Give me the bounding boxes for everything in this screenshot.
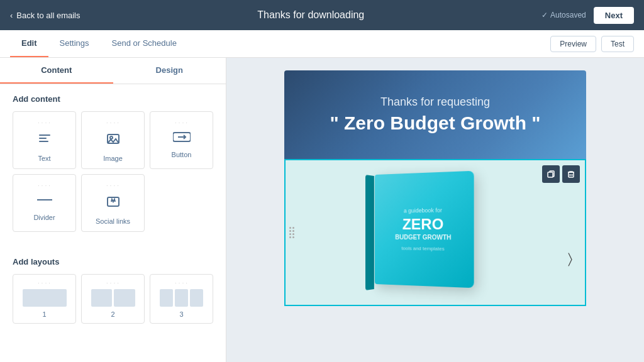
- sidebar-tab-content[interactable]: Content: [0, 58, 113, 84]
- drag-handle[interactable]: [289, 227, 294, 238]
- top-bar-actions: ✓ Autosaved Next: [541, 7, 634, 24]
- tab-settings[interactable]: Settings: [48, 30, 101, 57]
- back-to-emails-button[interactable]: ‹ Back to all emails: [10, 11, 80, 20]
- content-item-image[interactable]: · · · · Image: [81, 111, 145, 169]
- add-content-section: Add content · · · · Text · · · · Image: [0, 84, 226, 247]
- layout-preview-1: [23, 289, 67, 307]
- content-item-text[interactable]: · · · · Text: [13, 111, 76, 169]
- hero-block[interactable]: Thanks for requesting " Zero Budget Grow…: [284, 70, 586, 159]
- tab-send[interactable]: Send or Schedule: [101, 30, 188, 57]
- layout-label-1: 1: [42, 310, 46, 318]
- preview-button[interactable]: Preview: [550, 36, 596, 52]
- tab-bar: Edit Settings Send or Schedule Preview T…: [0, 30, 644, 58]
- book-spine: [365, 175, 374, 290]
- book-sub-text: BUDGET GROWTH: [395, 234, 451, 241]
- layout-dots: · · · ·: [106, 281, 119, 285]
- dots: · · · ·: [38, 121, 51, 125]
- layout-label-3: 3: [179, 310, 183, 318]
- layout-item-1[interactable]: · · · · 1: [13, 274, 76, 324]
- layout-item-3[interactable]: · · · · 3: [150, 274, 213, 324]
- image-icon: [106, 131, 121, 150]
- svg-rect-2: [39, 141, 48, 142]
- hero-title: " Zero Budget Growth ": [303, 112, 567, 134]
- test-button[interactable]: Test: [601, 36, 634, 52]
- add-content-title: Add content: [13, 94, 213, 104]
- add-layouts-section: Add layouts · · · · 1 · · · ·: [0, 247, 226, 334]
- svg-rect-9: [548, 172, 553, 177]
- hero-subtitle: Thanks for requesting: [303, 96, 567, 109]
- book-cover: a guidebook for ZERO BUDGET GROWTH tools…: [375, 171, 474, 288]
- content-grid: · · · · Text · · · · Image · · · ·: [13, 111, 213, 232]
- tab-actions: Preview Test: [550, 36, 634, 52]
- layouts-grid: · · · · 1 · · · · 2 · ·: [13, 274, 213, 324]
- block-actions: [542, 165, 580, 183]
- top-bar: ‹ Back to all emails Thanks for download…: [0, 0, 644, 30]
- book-illustration: a guidebook for ZERO BUDGET GROWTH tools…: [372, 173, 498, 292]
- layout-item-2[interactable]: · · · · 2: [81, 274, 145, 324]
- main-tabs: Edit Settings Send or Schedule: [10, 30, 188, 57]
- content-item-button[interactable]: · · · · Button: [150, 111, 213, 169]
- duplicate-block-button[interactable]: [542, 165, 560, 183]
- layout-dots: · · · ·: [38, 281, 51, 285]
- book-bottom-text: tools and templates: [401, 246, 444, 252]
- book-main-text: ZERO: [402, 216, 444, 233]
- cursor-icon: 〉: [568, 251, 572, 267]
- svg-point-4: [110, 136, 113, 139]
- sidebar-tabs: Content Design: [0, 58, 226, 84]
- social-label: Social links: [96, 217, 130, 225]
- email-title: Thanks for downloading: [257, 9, 364, 21]
- add-layouts-title: Add layouts: [13, 257, 213, 266]
- chevron-left-icon: ‹: [10, 11, 13, 20]
- button-label: Button: [172, 151, 192, 158]
- svg-rect-1: [39, 138, 47, 139]
- email-wrapper: Thanks for requesting " Zero Budget Grow…: [284, 70, 586, 306]
- image-label: Image: [103, 155, 123, 162]
- main-layout: Content Design Add content · · · · Text: [0, 58, 644, 362]
- text-label: Text: [38, 155, 50, 162]
- text-icon: [37, 131, 52, 150]
- social-icon: [106, 194, 121, 212]
- divider-label: Divider: [33, 214, 55, 221]
- delete-block-button[interactable]: [562, 165, 580, 183]
- svg-rect-10: [569, 172, 574, 177]
- layout-preview-2: [91, 289, 135, 307]
- divider-icon: [36, 194, 53, 209]
- dots: · · · ·: [38, 184, 51, 188]
- dots: · · · ·: [175, 121, 188, 125]
- content-item-social[interactable]: · · · · Social links: [81, 174, 145, 232]
- dots: · · · ·: [106, 121, 119, 125]
- layout-preview-3: [160, 289, 204, 307]
- back-label: Back to all emails: [16, 11, 80, 20]
- image-block[interactable]: a guidebook for ZERO BUDGET GROWTH tools…: [284, 159, 586, 306]
- svg-rect-0: [39, 134, 50, 136]
- next-button[interactable]: Next: [594, 7, 634, 24]
- check-icon: ✓: [541, 11, 548, 19]
- book-top-text: a guidebook for: [404, 207, 442, 214]
- tab-edit[interactable]: Edit: [10, 30, 48, 57]
- sidebar-tab-design[interactable]: Design: [113, 58, 226, 84]
- sidebar: Content Design Add content · · · · Text: [0, 58, 226, 362]
- layout-dots: · · · ·: [175, 281, 188, 285]
- canvas-area: Thanks for requesting " Zero Budget Grow…: [226, 58, 644, 362]
- autosaved-status: ✓ Autosaved: [541, 11, 586, 19]
- content-item-divider[interactable]: · · · · Divider: [13, 174, 76, 232]
- layout-label-2: 2: [111, 310, 114, 318]
- button-icon: [173, 131, 191, 146]
- dots: · · · ·: [106, 184, 119, 188]
